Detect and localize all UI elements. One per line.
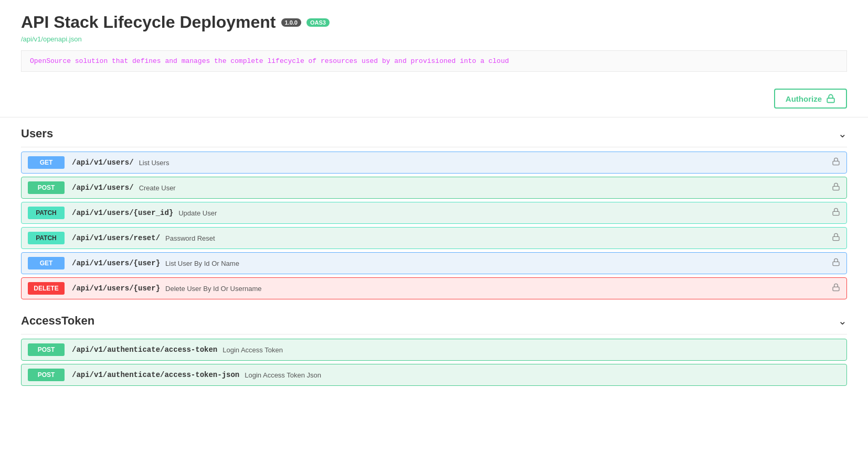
lock-icon-small (832, 182, 840, 193)
endpoint-desc-users-5: Delete User By Id Or Username (165, 285, 262, 293)
svg-rect-1 (833, 161, 839, 165)
method-badge-users-4: GET (28, 257, 65, 269)
endpoint-path-users-5: /api/v1/users/{user} (72, 284, 160, 293)
description-text: OpenSource solution that defines and man… (30, 57, 509, 65)
chevron-icon-users: ⌄ (838, 127, 847, 140)
section-header-users[interactable]: Users ⌄ (21, 117, 847, 147)
endpoint-desc-users-0: List Users (139, 159, 170, 167)
method-badge-access-token-1: POST (28, 369, 65, 381)
endpoint-path-users-0: /api/v1/users/ (72, 158, 134, 167)
svg-rect-6 (833, 287, 839, 290)
authorize-row: Authorize (0, 80, 868, 117)
authorize-button[interactable]: Authorize (774, 89, 847, 109)
endpoint-row-users-2[interactable]: PATCH /api/v1/users/{user_id} Update Use… (21, 202, 847, 224)
section-title-users: Users (21, 127, 53, 141)
endpoint-row-access-token-1[interactable]: POST /api/v1/authenticate/access-token-j… (21, 364, 847, 386)
svg-rect-3 (833, 211, 839, 215)
endpoint-path-users-3: /api/v1/users/reset/ (72, 234, 160, 242)
sections-container: Users ⌄ GET /api/v1/users/ List Users PO… (0, 117, 868, 386)
endpoint-row-access-token-0[interactable]: POST /api/v1/authenticate/access-token L… (21, 339, 847, 361)
title-row: API Stack Lifecycle Deployment 1.0.0 OAS… (21, 13, 847, 32)
endpoint-row-users-3[interactable]: PATCH /api/v1/users/reset/ Password Rese… (21, 227, 847, 249)
svg-rect-2 (833, 186, 839, 190)
lock-icon-small (832, 233, 840, 243)
method-badge-users-5: DELETE (28, 282, 65, 295)
lock-icon-small (832, 283, 840, 294)
description-box: OpenSource solution that defines and man… (21, 50, 847, 72)
svg-rect-4 (833, 236, 839, 240)
method-badge-users-1: POST (28, 181, 65, 194)
method-badge-access-token-0: POST (28, 343, 65, 356)
svg-rect-0 (827, 98, 834, 102)
endpoint-path-users-4: /api/v1/users/{user} (72, 259, 160, 267)
section-header-access-token[interactable]: AccessToken ⌄ (21, 305, 847, 335)
endpoint-path-users-1: /api/v1/users/ (72, 184, 134, 192)
authorize-button-label: Authorize (786, 94, 822, 103)
lock-icon-small (832, 208, 840, 218)
endpoint-desc-users-4: List User By Id Or Name (165, 260, 239, 267)
endpoint-path-access-token-0: /api/v1/authenticate/access-token (72, 346, 217, 354)
lock-icon (826, 94, 835, 103)
section-title-access-token: AccessToken (21, 314, 94, 328)
endpoint-row-users-4[interactable]: GET /api/v1/users/{user} List User By Id… (21, 252, 847, 274)
endpoint-desc-access-token-0: Login Access Token (223, 346, 283, 354)
endpoint-path-access-token-1: /api/v1/authenticate/access-token-json (72, 371, 239, 379)
endpoint-list-users: GET /api/v1/users/ List Users POST /api/… (21, 152, 847, 299)
version-badge: 1.0.0 (281, 18, 301, 27)
endpoint-row-users-5[interactable]: DELETE /api/v1/users/{user} Delete User … (21, 277, 847, 299)
endpoint-path-users-2: /api/v1/users/{user_id} (72, 209, 173, 217)
endpoint-desc-access-token-1: Login Access Token Json (245, 371, 321, 379)
section-access-token: AccessToken ⌄ POST /api/v1/authenticate/… (0, 305, 868, 386)
endpoint-row-users-1[interactable]: POST /api/v1/users/ Create User (21, 177, 847, 199)
method-badge-users-0: GET (28, 156, 65, 169)
endpoint-list-access-token: POST /api/v1/authenticate/access-token L… (21, 339, 847, 386)
endpoint-desc-users-1: Create User (139, 184, 176, 192)
api-link[interactable]: /api/v1/openapi.json (21, 35, 847, 43)
lock-icon-small (832, 157, 840, 168)
lock-icon-small (832, 258, 840, 268)
method-badge-users-3: PATCH (28, 232, 65, 244)
page-header: API Stack Lifecycle Deployment 1.0.0 OAS… (0, 0, 868, 80)
section-users: Users ⌄ GET /api/v1/users/ List Users PO… (0, 117, 868, 299)
endpoint-row-users-0[interactable]: GET /api/v1/users/ List Users (21, 152, 847, 174)
oas-badge: OAS3 (306, 18, 330, 27)
page-title: API Stack Lifecycle Deployment (21, 13, 276, 32)
chevron-icon-access-token: ⌄ (838, 315, 847, 327)
endpoint-desc-users-2: Update User (178, 209, 217, 217)
endpoint-desc-users-3: Password Reset (165, 234, 215, 242)
method-badge-users-2: PATCH (28, 207, 65, 219)
svg-rect-5 (833, 262, 839, 265)
